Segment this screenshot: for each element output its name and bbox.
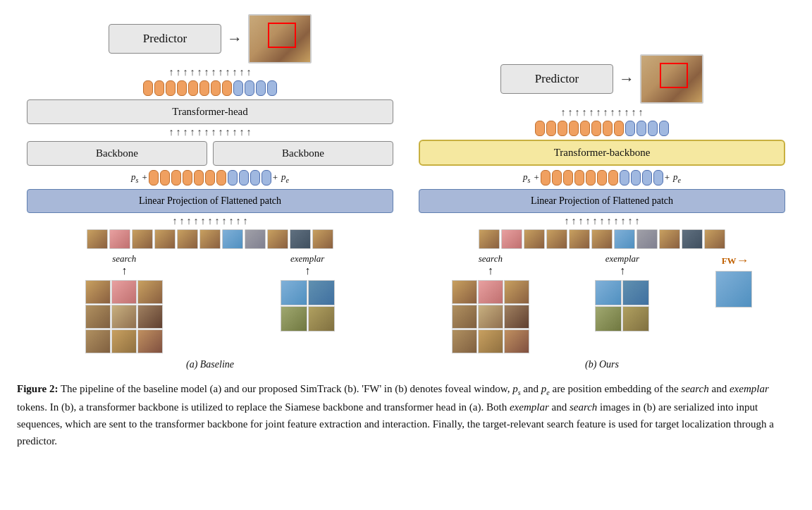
- linear-label-baseline: Linear Projection of Flattened patch: [139, 195, 281, 206]
- patch-img: [659, 229, 680, 249]
- caption-baseline: (a) Baseline: [186, 359, 234, 370]
- patches-row-ours: [419, 229, 785, 249]
- up-arrows-backbone-baseline: ↑↑↑↑↑↑↑↑↑↑↑↑: [169, 127, 252, 138]
- exemplar-section-baseline: exemplar ↑: [281, 253, 335, 332]
- arch-ours: Predictor → ↑↑↑↑↑↑↑↑↑↑↑↑: [419, 54, 785, 353]
- predictor-label-ours: Predictor: [535, 72, 579, 85]
- patch-img: [546, 229, 567, 249]
- bottom-section-ours: search ↑: [419, 253, 785, 353]
- token-blue: [245, 80, 254, 96]
- patch-img: [222, 229, 243, 249]
- arch-baseline: Predictor → ↑↑↑↑↑↑↑↑↑↑↑↑: [27, 14, 393, 353]
- exemplar-up-arrow: ↑: [304, 265, 310, 277]
- patch-img: [614, 229, 635, 249]
- predictor-row-ours: Predictor →: [419, 54, 785, 104]
- token-blue: [267, 80, 277, 96]
- bottom-section-baseline: search ↑: [27, 253, 393, 353]
- diagram-ours: Predictor → ↑↑↑↑↑↑↑↑↑↑↑↑: [419, 54, 785, 370]
- token-blue: [262, 170, 271, 186]
- fw-label: FW: [722, 255, 737, 267]
- token-orange: [205, 170, 215, 186]
- token-blue: [636, 121, 646, 136]
- pe-label-baseline: pe: [281, 171, 289, 184]
- linear-box-baseline: Linear Projection of Flattened patch: [27, 189, 393, 213]
- predictor-arrow-baseline: →: [227, 30, 242, 48]
- token-orange: [194, 170, 204, 186]
- token-orange: [586, 170, 596, 186]
- token-orange: [552, 170, 562, 186]
- result-bbox-baseline: [268, 23, 296, 48]
- predictor-row-baseline: Predictor →: [27, 14, 393, 63]
- token-blue: [659, 121, 669, 136]
- token-orange: [171, 170, 181, 186]
- figure-caption-text: The pipeline of the baseline model (a) a…: [17, 383, 774, 447]
- patch-img: [312, 229, 333, 249]
- patch-img: [479, 229, 500, 249]
- token-blue: [233, 80, 243, 96]
- token-row-top-baseline: [143, 80, 277, 96]
- token-orange: [546, 121, 556, 136]
- search-grid-baseline: [85, 280, 163, 353]
- token-orange: [574, 170, 584, 186]
- fw-row: FW →: [719, 253, 749, 268]
- exemplar-label-ours: exemplar: [605, 253, 639, 265]
- search-up-arrow-ours: ↑: [488, 265, 493, 277]
- exemplar-grid-baseline: [281, 280, 335, 332]
- search-label-baseline: search: [112, 253, 136, 265]
- token-row-top-ours: [535, 121, 669, 136]
- predictor-box-baseline: Predictor: [109, 24, 221, 54]
- token-blue: [648, 121, 658, 136]
- token-blue: [250, 170, 260, 186]
- backbone-row-baseline: Backbone Backbone: [27, 141, 393, 166]
- patch-img: [290, 229, 311, 249]
- result-bbox-ours: [660, 63, 688, 88]
- fw-section-ours: FW →: [715, 253, 752, 308]
- patches-row-baseline: [27, 229, 393, 249]
- token-orange: [199, 80, 209, 96]
- transformer-head-label: Transformer-head: [172, 106, 247, 117]
- token-blue: [625, 121, 635, 136]
- token-blue: [620, 170, 629, 186]
- token-orange: [580, 121, 590, 136]
- diagram-baseline: Predictor → ↑↑↑↑↑↑↑↑↑↑↑↑: [27, 14, 393, 370]
- predictor-box-ours: Predictor: [500, 64, 613, 94]
- patch-img: [591, 229, 613, 249]
- backbone-box-left: Backbone: [27, 141, 207, 166]
- token-orange: [216, 170, 226, 186]
- token-blue: [631, 170, 641, 186]
- figure-number: Figure 2:: [17, 383, 58, 394]
- patch-img: [682, 229, 703, 249]
- fw-image: [715, 271, 752, 308]
- patch-img: [109, 229, 130, 249]
- diagrams-row: Predictor → ↑↑↑↑↑↑↑↑↑↑↑↑: [14, 14, 798, 370]
- patch-img: [524, 229, 545, 249]
- linear-box-ours: Linear Projection of Flattened patch: [419, 189, 785, 213]
- token-orange: [188, 80, 198, 96]
- up-arrows-patches-ours: ↑↑↑↑↑↑↑↑↑↑↑: [565, 216, 640, 227]
- token-orange: [166, 80, 176, 96]
- exemplar-grid-ours: [595, 280, 649, 332]
- token-orange: [154, 80, 164, 96]
- token-orange: [183, 170, 192, 186]
- patch-img: [245, 229, 266, 249]
- token-blue: [239, 170, 249, 186]
- patch-img: [267, 229, 288, 249]
- token-orange: [160, 170, 170, 186]
- result-image-baseline: [248, 14, 312, 63]
- token-blue: [653, 170, 663, 186]
- ps-label-baseline: ps: [131, 171, 138, 184]
- patch-img: [636, 229, 658, 249]
- transformer-head-box: Transformer-head: [27, 99, 393, 124]
- token-row-bottom-ours: ps + + pe: [521, 170, 683, 186]
- search-section-baseline: search ↑: [85, 253, 163, 353]
- token-orange: [211, 80, 221, 96]
- patch-img: [199, 229, 221, 249]
- token-blue: [642, 170, 652, 186]
- backbone-label-left: Backbone: [96, 147, 138, 159]
- search-up-arrow: ↑: [121, 265, 127, 277]
- patch-img: [132, 229, 153, 249]
- predictor-arrow-ours: →: [619, 70, 634, 88]
- token-orange: [597, 170, 607, 186]
- ps-label-ours: ps: [523, 171, 530, 184]
- token-orange: [149, 170, 159, 186]
